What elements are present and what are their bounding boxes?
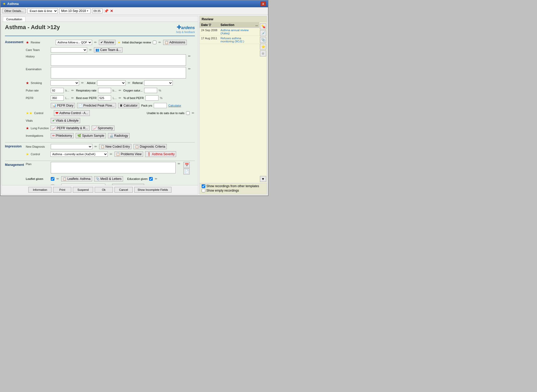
resp-label: Respiratory rate: [76, 89, 96, 92]
problems-icon: 📋: [116, 152, 120, 156]
smoking-select[interactable]: [50, 80, 79, 86]
selection-column-header[interactable]: Selection: [219, 22, 254, 28]
examination-edit[interactable]: ✏: [188, 67, 191, 71]
consultation-panel: Consultation Asthma - Adult >12y ✚ardens…: [2, 16, 198, 194]
admissions-button[interactable]: 📋 Admissions: [163, 40, 187, 45]
calc-icon: 🖩: [120, 104, 123, 107]
pulse-edit[interactable]: ✏: [71, 89, 74, 92]
clear-button[interactable]: ✕: [110, 9, 113, 13]
pefr-diary-button[interactable]: 📊 PEFR Diary: [51, 103, 75, 108]
review-button[interactable]: ✔ Review: [99, 40, 116, 45]
review-select[interactable]: Asthma follow-u... QOF: [56, 40, 92, 45]
sputum-button[interactable]: 🌿 Sputum Sample: [76, 133, 106, 138]
review-entry-2[interactable]: 17 Aug 2011 Refuses asthma monitoring (9…: [200, 36, 259, 44]
phlebotomy-button[interactable]: ✏ Phlebotomy: [51, 133, 74, 138]
date-column-header[interactable]: Date ▽: [200, 22, 219, 28]
calculator-link[interactable]: Calculator: [168, 104, 181, 107]
control-edit[interactable]: ✏: [191, 111, 195, 115]
resp-unit: b...: [113, 89, 117, 92]
sputum-icon: 🌿: [77, 134, 81, 138]
plan-edit[interactable]: ✏: [177, 162, 181, 166]
advice-select[interactable]: [97, 80, 126, 86]
pct-best-input[interactable]: [145, 95, 158, 101]
calculator-icon-button[interactable]: 🖩 Calculator: [118, 103, 139, 108]
app-icon: ✦: [3, 2, 6, 6]
other-details-button[interactable]: Other Details...: [2, 9, 26, 13]
asthma-severity-button[interactable]: ❗ Asthma Severity: [145, 151, 176, 157]
predicted-flow-button[interactable]: 📄 Predicted Peak Flow...: [77, 103, 116, 108]
care-team-select[interactable]: [51, 47, 87, 53]
problems-view-button[interactable]: 📋 Problems View: [114, 152, 143, 157]
new-coded-entry-button[interactable]: 📋 New Coded Entry: [99, 144, 131, 149]
radiology-button[interactable]: 🔬 Radiology: [108, 133, 130, 138]
resp-input[interactable]: [98, 88, 111, 93]
leaflet-checkbox[interactable]: [51, 177, 54, 181]
pin-icon[interactable]: 📌: [104, 9, 108, 13]
history-edit[interactable]: ✏: [188, 54, 191, 58]
pefr-input[interactable]: [51, 95, 64, 101]
form-header: Asthma - Adult >12y ✚ardens help & feedb…: [5, 24, 195, 36]
cancel-button[interactable]: Cancel: [114, 187, 133, 193]
referral-select[interactable]: [144, 80, 173, 86]
review-entry-1[interactable]: 24 Sep 2008 Asthma annual review (Xaleq): [200, 28, 259, 36]
control-button[interactable]: ❤ Asthma Control - A...: [54, 110, 90, 116]
leaflet-edit[interactable]: ✏: [56, 177, 60, 181]
suspend-button[interactable]: Suspend: [73, 187, 93, 193]
calendar-button[interactable]: 📅: [183, 162, 190, 168]
best-pefr-input[interactable]: [98, 95, 111, 101]
pefr-variability-button[interactable]: 📈 PEFR Variability & R...: [50, 126, 90, 131]
oxygen-input[interactable]: [144, 88, 157, 93]
more-column-header[interactable]: ...: [254, 22, 259, 28]
review-edit-button[interactable]: ✏: [94, 41, 97, 44]
care-team-edit[interactable]: ✏: [89, 48, 92, 52]
print-button[interactable]: Print: [53, 187, 71, 193]
review-text-1: Asthma annual review (Xaleq): [219, 28, 254, 36]
best-pefr-edit[interactable]: ✏: [118, 96, 122, 100]
leaflet-icon: 📋: [63, 177, 67, 181]
advice-edit[interactable]: ✏: [127, 81, 131, 85]
med3-button[interactable]: 📎 Med3 & Letters: [94, 176, 123, 181]
admissions-edit[interactable]: ✏: [158, 41, 162, 44]
date-type-select[interactable]: Exact date & time: [27, 8, 58, 14]
pefr-edit[interactable]: ✏: [71, 96, 74, 100]
history-textarea[interactable]: [51, 54, 186, 66]
review-side-btn-4[interactable]: ⭐: [260, 44, 266, 50]
review-side-btn-5[interactable]: ☆: [260, 50, 266, 56]
control2-select[interactable]: Asthma - currently active (XaDvK): [50, 152, 108, 157]
education-checkbox[interactable]: [149, 177, 153, 181]
pulse-input[interactable]: [51, 88, 64, 93]
spirometry-button[interactable]: 📈 Spirometry: [92, 126, 114, 131]
doc-button[interactable]: 📄: [183, 168, 190, 174]
pack-yrs-input[interactable]: [154, 103, 167, 108]
leaflets-asthma-button[interactable]: 📋 Leaflets: Asthma: [61, 176, 92, 181]
show-empty-checkbox[interactable]: [202, 189, 205, 192]
plan-row: Plan ✏ 📅 📄: [26, 162, 195, 174]
show-incomplete-button[interactable]: Show Incomplete Fields: [134, 187, 171, 193]
review-side-btn-1[interactable]: 💊: [260, 23, 266, 29]
show-recordings-checkbox[interactable]: [202, 184, 205, 188]
consultation-tab[interactable]: Consultation: [3, 17, 25, 22]
new-diagnosis-edit[interactable]: ✏: [94, 145, 98, 148]
resp-edit[interactable]: ✏: [118, 89, 122, 92]
window-close-button[interactable]: X: [260, 2, 266, 6]
initial-discharge-checkbox[interactable]: [153, 41, 156, 44]
review-side-btn-3[interactable]: 📎: [260, 37, 266, 43]
review-table: Date ▽ Selection ... 24: [200, 22, 259, 44]
plan-textarea[interactable]: [51, 162, 176, 173]
new-diagnosis-select[interactable]: [51, 144, 92, 149]
review-panel-content: Date ▽ Selection ... 24: [200, 22, 267, 183]
review-side-btn-6[interactable]: ▼: [260, 176, 266, 182]
smoking-edit[interactable]: ✏: [81, 81, 84, 85]
time-input[interactable]: [92, 9, 103, 13]
diagnostic-criteria-button[interactable]: 📋 Diagnostic Criteria: [133, 144, 167, 149]
care-team-button[interactable]: 👥 Care Team &...: [94, 47, 123, 53]
ok-button[interactable]: Ok: [95, 187, 113, 193]
education-edit[interactable]: ✏: [154, 177, 158, 181]
management-section: Management Plan ✏ 📅 📄: [5, 162, 195, 185]
unable-sats-checkbox[interactable]: [186, 111, 190, 115]
control2-edit[interactable]: ✏: [109, 152, 113, 156]
vitals-lifestyle-button[interactable]: ✔ Vitals & Lifestyle: [51, 118, 80, 123]
review-side-btn-2[interactable]: 💉: [260, 30, 266, 36]
information-button[interactable]: Information: [28, 187, 52, 193]
examination-textarea[interactable]: [51, 67, 186, 79]
